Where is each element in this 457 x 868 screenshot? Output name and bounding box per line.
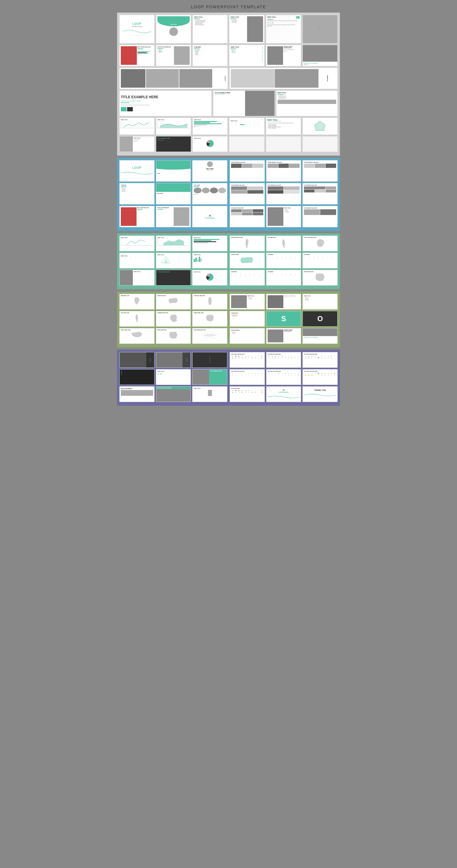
slide-big-title[interactable]: TITLE EXAMPLE HERE YOUR TITLE EXAMPLE HE… [119, 91, 212, 116]
slide-welcome[interactable]: WELCOME NAME / TITLE [156, 15, 191, 43]
slide-teal-hiker[interactable]: FIRST TITLE [119, 270, 154, 285]
slide-animation[interactable]: ANIMATION [230, 68, 338, 89]
slide-profile-info[interactable]: PROFILE INFORMATION Skill OneSkill TwoSk… [156, 45, 191, 66]
slide-loop-wave-blue[interactable]: LOOP [156, 160, 191, 182]
slide-calendar-teal-1[interactable]: CALENDAR MTWTFSS 1234567 891011121314 15… [266, 253, 301, 269]
slide-second-title[interactable]: SECOND TITLE EXAMPLE Subtitle here [303, 45, 338, 66]
slide-worldwide-map[interactable]: WORLDWIDE MAP SLIDE [192, 328, 227, 344]
slide-vector-all[interactable]: VECTOR ICONS ✉☎🏠⚙★ ♥✓→↑⊕ ◆▲●■✦ ✧✿❄♪✋ [230, 386, 265, 402]
slide-four-images-2[interactable]: FOUR IMAGES GALLERY [266, 183, 301, 205]
slide-calendar-teal-2[interactable]: CALENDAR MTWTFSS 1234567 891011121314 [303, 253, 338, 269]
slide-five-images[interactable]: FIVE IMAGES GALLERY [303, 183, 338, 205]
slide-teal-dark[interactable]: TITLE EXAMPLE HERE [156, 270, 191, 285]
slide-spain-map[interactable]: SPAIN MAP SLIDE [156, 294, 191, 310]
slide-teal-pie[interactable]: FIRST TITLE [192, 270, 227, 285]
slide-vector-5[interactable]: VECTOR ICON SECTION ♠♡♢♣♤ ♥♦♧♨♩ ♪♫♬♭♮ ♯♰… [266, 369, 301, 385]
slide-meet-christian-blue[interactable]: MEET CHRISTIAN KLEIN Job Title [119, 206, 154, 227]
slide-vector-2[interactable]: VECTOR ICON SECTION ⊞⊟⊠⊡⊢ ⊣⊤⊥⊦⊧ ⊨⊩⊪⊫⊬ ⊭⊮… [266, 352, 301, 368]
slide-coffee-break[interactable]: ☕ COFFE BREAK [192, 206, 227, 227]
slide-hbars[interactable]: FIRST TITLE [192, 118, 227, 135]
slide-six-images[interactable]: SIX IMAGES GALLERY [230, 206, 265, 227]
slide-oportunities[interactable]: OPORTUNITIES Item oneItem two [230, 328, 265, 344]
slide-teal-thin[interactable]: FIRST TITLE [192, 253, 227, 269]
slide-animation-dark[interactable]: ANIMATION [119, 369, 154, 385]
slide-pie-chart[interactable]: FIRST TITLE [192, 136, 227, 152]
slide-green-anim[interactable]: ANIMATED IMAGE PLACEHOLDER [266, 328, 301, 344]
slide-teal-july[interactable]: JULY FIRST TITLE MTWTFSS 1234567 [119, 253, 154, 269]
slide-loop-blue[interactable]: LOOP [119, 160, 154, 182]
slide-welcome-person[interactable]: WELCOME Name / Position [192, 160, 227, 182]
slide-coffee-break-final[interactable]: ☕ COFFE BREAK [266, 386, 301, 402]
slide-vector-1[interactable]: VECTOR ICON SECTION ✉☎🏠⚙★ ♥✓→↑⊕ ◆▲●■✦ ✧✿… [230, 352, 265, 368]
slide-first-title-detail[interactable]: FIRST TITLE 01 Lorem ipsum dolor sit ame… [266, 15, 301, 43]
slide-mexico-map[interactable]: MEXICO MAP SLIDE [119, 328, 154, 344]
slide-green-ft3[interactable]: FIRST TITLE Item oneItem twoItem three [303, 294, 338, 310]
slide-italy-map[interactable]: ITALY MAP SLIDE [266, 236, 301, 251]
slide-three-images-1[interactable]: THREE IMAGES GALLERY [230, 160, 265, 182]
slide-radar-only[interactable] [303, 118, 338, 135]
slide-teal-hbars[interactable]: FIRST TITLE [192, 236, 227, 251]
slide-first-title-phone[interactable]: FIRST TITLE [192, 386, 227, 402]
slide-calendar-teal-3[interactable]: CALENDAR MTWTFSS 1234567 891011121314 15… [230, 270, 265, 285]
slide-first-title-purple[interactable]: FIRST TITLE ⚙ ⚙ [156, 369, 191, 385]
slide-three-images-3[interactable]: THREE IMAGES GALLERY [303, 160, 338, 182]
slide-italy-map-2[interactable]: ITALY MAP SLIDE [119, 311, 154, 327]
slide-animated-placeholder[interactable]: ANIMATED IMAGE PLACEHOLDER Lorem ipsum d… [266, 45, 301, 66]
slide-india-map[interactable]: INDIA MAP SLIDE [119, 294, 154, 310]
slide-title-example-purple[interactable]: TITLE EXAMPLE [119, 386, 154, 402]
slide-calendar-teal-4[interactable]: CALENDAR MTWTFSS 1234567 891011121314 [266, 270, 301, 285]
slide-content-dark[interactable]: CONTENT [192, 352, 227, 368]
slide-four-images-1[interactable]: FOUR IMAGES GALLERY [230, 183, 265, 205]
slide-title-photo[interactable]: TITLE EXAMPLE HERE YOUR TITLE EXAMPLE [213, 91, 274, 116]
slide-east-coast-map[interactable]: EAST COAST MAP SLIDE [303, 236, 338, 251]
slide-three-images-2[interactable]: THREE IMAGES GALLERY [266, 160, 301, 182]
slide-vector-3[interactable]: VECTOR ICON SECTION ☀☁☂☃☄ ★☆☇☈☉ ☊☋☌☍☎ ☏☐… [303, 352, 338, 368]
slide-clients-profile[interactable]: CLIENTS PROFILE OVERVIEW [156, 386, 191, 402]
slide-green-ft2[interactable]: VERTICAL COMPLEX Content [266, 294, 301, 310]
slide-teal-shape[interactable]: FIRST TITLE [156, 253, 191, 269]
slide-welcome-2[interactable]: WELCOME [156, 183, 191, 205]
slide-first-title-1[interactable]: FIRST TITLE Lorem ipsum dolor sit amet C… [192, 15, 227, 43]
slide-germany-map[interactable]: GERMANY MAP SLIDE [156, 311, 191, 327]
slide-our-team[interactable]: OUR TEAM [192, 183, 227, 205]
slide-meet-christian[interactable]: MEET CHRISTIAN KLEIN Job Title Here [119, 45, 154, 66]
slide-first-title-anim[interactable]: FIRST TITLE Item oneItem twoItem three V… [229, 45, 264, 66]
slide-first-title-blue[interactable]: FIRST TITLE Item oneItem twoItem three [266, 206, 301, 227]
slide-thank-you[interactable]: THANK YOU www.yourwebsite.com [303, 386, 338, 402]
slide-brazil-map-2[interactable]: BRAZIL MAP SLIDE [156, 328, 191, 344]
slide-green-ft1[interactable]: FIRST TITLE Item oneItem two [230, 294, 265, 310]
slide-areachart[interactable]: FIRST TITLE [156, 118, 191, 135]
slide-teal-area[interactable]: FIRST TITLE [156, 236, 191, 251]
slide-vector-6[interactable]: VECTOR ICON SECTION ✁✂✃✄✅ ✆✇✈✉✊ ✋✌✍✎✏ ✐✑… [303, 369, 338, 385]
slide-first-title-large[interactable]: FIRST TITLE YOUR TITLE EXAMPLE HERE Lore… [266, 118, 301, 135]
slide-gallery-dark-1[interactable]: GALLERY [119, 352, 154, 368]
slide-argentina-map[interactable]: ARGENTINA MAP SLIDE [230, 236, 265, 251]
slide-calendar-mini[interactable]: JULY FIRST TITLE MTWTFSS 1234567 8910111… [229, 118, 264, 135]
slide-content[interactable]: CONTENT IntroductionAbout UsPortfolioSer… [192, 45, 227, 66]
slide-brazil-map[interactable]: BRAZIL MAP SLIDE [303, 270, 338, 285]
green-ft3-label: FIRST TITLE [304, 295, 336, 297]
slide-hiker[interactable]: FIRST TITLE Lorem ipsum [119, 136, 154, 152]
slide-s-letter[interactable]: S [266, 311, 301, 327]
slide-second-title-green[interactable]: SECOND TITLE EXAMPLE [303, 328, 338, 344]
slide-france-map[interactable]: FRANCE MAP SLIDE [192, 311, 227, 327]
slide-strengths[interactable]: STRENGTHS Strength itemStrength item [230, 311, 265, 327]
slide-two-images[interactable]: TWO IMAGES GALLERY [303, 206, 338, 227]
slide-books-photo[interactable]: 📚 [303, 15, 338, 43]
slide-content-blue[interactable]: CONTENT Item oneItem twoItem threeItem f… [119, 183, 154, 205]
slide-title-purple[interactable]: TITLE EXAMPLE HERE [192, 369, 227, 385]
slide-first-title-row4[interactable]: FIRST TITLE Lorem ipsum dolorSit amet co… [276, 91, 338, 116]
slide-gallery-dark-2[interactable]: GALLERY [156, 352, 191, 368]
slide-o-letter[interactable]: O [303, 311, 338, 327]
slide-linechart-1[interactable]: FIRST TITLE [119, 118, 154, 135]
slide-united-states[interactable]: UNITED STATES [230, 253, 265, 269]
slide-first-title-photo[interactable]: FIRST TITLE Lorem ipsum Dolor sit amet C… [229, 15, 264, 43]
slide-vector-4[interactable]: VECTOR ICON SECTION ⌀⌁⌂⌃⌄ ⌅⌆⌇⌈⌉ ⌊⌋⌌⌍⌎ ⌏⌐… [230, 369, 265, 385]
slide-teal-line[interactable]: FIRST TITLE [119, 236, 154, 251]
slide-profile-blue[interactable]: PROFILE INFORMATION [156, 206, 191, 227]
slide-spacer-1 [229, 136, 264, 152]
slide-dark-title[interactable]: TITLE EXAMPLE HERE Subtitle example [156, 136, 191, 152]
slide-portugal-map[interactable]: PORTUGAL MAP SLIDE [192, 294, 227, 310]
slide-concept[interactable]: CONCEPT [119, 68, 228, 89]
slide-loop-logo[interactable]: LOOP PRESENTATION TEMPLATE CREDIT: EXAMP… [119, 15, 154, 43]
